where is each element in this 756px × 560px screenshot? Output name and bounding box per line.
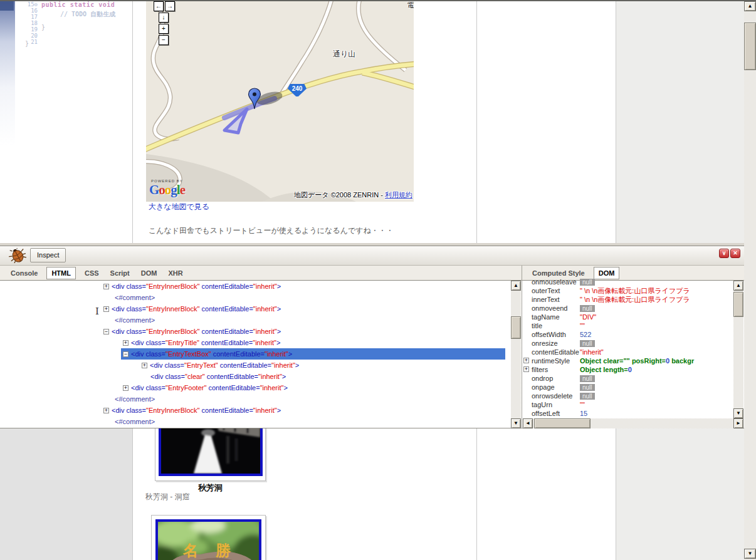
scroll-down-button[interactable]: ▼ xyxy=(511,418,521,428)
street-view-arrow[interactable] xyxy=(219,105,249,140)
side-tab-dom[interactable]: DOM xyxy=(594,267,620,279)
scrollbar-thumb[interactable] xyxy=(511,316,521,339)
view-larger-map-link[interactable]: 大きな地図で見る xyxy=(149,202,209,212)
tab-dom[interactable]: DOM xyxy=(141,267,157,279)
expand-icon[interactable]: + xyxy=(142,363,147,368)
dom-property-row[interactable]: title"" xyxy=(523,321,733,330)
inspect-button[interactable]: Inspect xyxy=(30,248,66,262)
map-pan-left-button[interactable]: ← xyxy=(154,1,164,11)
scroll-up-button[interactable]: ▲ xyxy=(733,281,743,291)
google-logo-letter: g xyxy=(171,182,177,197)
tree-element-row[interactable]: +<div class="EntryInnerBlock" contentEdi… xyxy=(0,303,511,314)
dom-scrollbar-horizontal[interactable]: ◄ ► xyxy=(523,418,743,428)
scroll-right-button[interactable]: ► xyxy=(733,418,743,428)
dom-property-row[interactable]: offsetWidth522 xyxy=(523,330,733,339)
dom-property-row[interactable]: tagUrn"" xyxy=(523,400,733,409)
tree-comment-row[interactable]: <#comment> xyxy=(0,292,511,303)
map-pan-right-button[interactable]: → xyxy=(165,1,175,11)
tree-comment-row[interactable]: <#comment> xyxy=(0,416,511,427)
expand-icon[interactable]: + xyxy=(523,366,529,372)
tree-comment-row[interactable]: <#comment> xyxy=(0,314,511,326)
property-name: innerText xyxy=(532,295,560,304)
tab-css[interactable]: CSS xyxy=(85,267,99,279)
photo-card[interactable]: ​ 名勝 xyxy=(151,515,266,560)
html-tree: +<div class="EntryInnerBlock" contentEdi… xyxy=(0,281,511,428)
dom-scrollbar-vertical[interactable]: ▲ ▼ xyxy=(733,281,743,418)
collapse-icon[interactable]: − xyxy=(103,329,109,334)
google-map-embed[interactable]: 240 通り山 電 ← → ↓ + − POWERED BY Google 地図… xyxy=(146,0,414,202)
tab-script[interactable]: Script xyxy=(110,267,130,279)
expand-icon[interactable]: + xyxy=(123,385,129,391)
map-edge-label: 電 xyxy=(407,0,414,11)
dom-property-row[interactable]: outerText" \n \n画像転載元:山口県ライフプラ xyxy=(523,286,733,295)
tree-element-row[interactable]: +<div class="EntryTitle" contentEditable… xyxy=(0,337,511,348)
scroll-left-button[interactable]: ◄ xyxy=(523,418,533,428)
property-name: title xyxy=(532,321,542,330)
dom-property-row[interactable]: onmoveendnull xyxy=(523,304,733,313)
dom-property-row[interactable]: contentEditable"inherit" xyxy=(523,348,733,356)
terms-link[interactable]: 利用規約 xyxy=(385,191,412,199)
dom-property-row[interactable]: onresizenull xyxy=(523,339,733,348)
map-pan-down-button[interactable]: ↓ xyxy=(159,13,169,23)
map-zoom-out-button[interactable]: − xyxy=(159,35,169,45)
dom-property-row[interactable]: +runtimeStyleObject clear="" posRight=0 … xyxy=(523,356,733,365)
tree-element-row[interactable]: +<div class="EntryInnerBlock" contentEdi… xyxy=(0,281,511,292)
dom-property-row[interactable]: ondropnull xyxy=(523,374,733,383)
browser-scrollbar[interactable]: ▲ ▼ xyxy=(744,1,756,560)
dom-property-row[interactable]: +filtersObject length=0 xyxy=(523,365,733,374)
tree-comment-row[interactable]: <#comment> xyxy=(0,393,511,405)
expand-icon[interactable]: + xyxy=(123,340,129,346)
tab-xhr[interactable]: XHR xyxy=(168,267,182,279)
collapse-icon[interactable]: − xyxy=(123,351,129,357)
google-logo[interactable]: Google xyxy=(149,182,185,198)
dom-property-row[interactable]: tagName"DIV" xyxy=(523,313,733,321)
tree-element-row[interactable]: <div class="clear" contentEditable="inhe… xyxy=(0,371,511,382)
tree-element-row[interactable]: +<div class="EntryText" contentEditable=… xyxy=(0,360,511,371)
tree-element-row[interactable]: +<div class="EntryInnerBlock" contentEdi… xyxy=(0,405,511,416)
firebug-main-tabs: ConsoleHTMLCSSScriptDOMXHR xyxy=(5,267,189,279)
map-attribution: 地図データ ©2008 ZENRIN - 利用規約 xyxy=(246,190,412,200)
dom-property-row[interactable]: onrowsdeletenull xyxy=(523,391,733,400)
expand-icon[interactable]: + xyxy=(523,358,529,363)
google-logo-letter: G xyxy=(149,182,159,197)
tab-console[interactable]: Console xyxy=(11,267,38,279)
dom-property-row[interactable]: onmouseleavenull xyxy=(523,279,733,286)
editor-todo-comment: // TODO 自動生成 xyxy=(60,10,115,19)
scrollbar-thumb[interactable] xyxy=(534,418,591,428)
tab-html[interactable]: HTML xyxy=(46,267,76,279)
map-pin[interactable] xyxy=(248,88,261,112)
dom-property-row[interactable]: offsetLeft15 xyxy=(523,409,733,418)
firebug-panel-divider[interactable] xyxy=(522,266,522,428)
property-value: "" xyxy=(580,321,585,330)
firebug-bug-icon[interactable] xyxy=(9,248,26,263)
svg-text:名勝: 名勝 xyxy=(182,542,248,559)
scrollbar-thumb[interactable] xyxy=(744,23,756,70)
expand-icon[interactable]: + xyxy=(103,284,109,289)
firebug-detach-button[interactable]: ∨ xyxy=(719,249,729,258)
tree-element-row[interactable]: +<div class="EntryFooter" contentEditabl… xyxy=(0,382,511,393)
property-value: null xyxy=(580,339,595,348)
tree-element-row[interactable]: −<div class="EntryInnerBlock" contentEdi… xyxy=(0,326,511,337)
scroll-down-button[interactable]: ▼ xyxy=(733,408,743,418)
tree-scrollbar[interactable]: ▲ ▼ xyxy=(511,281,521,428)
stone-photo[interactable]: ​ 名勝 xyxy=(155,519,261,560)
property-value: "" xyxy=(580,400,585,409)
expand-icon[interactable]: + xyxy=(103,408,109,413)
tree-element-row[interactable]: −<div class="EntryTextBox" contentEditab… xyxy=(0,348,511,360)
firebug-close-button[interactable]: ✕ xyxy=(730,249,740,258)
property-name: runtimeStyle xyxy=(532,356,570,365)
page-left-gutter xyxy=(0,428,132,560)
map-zoom-in-button[interactable]: + xyxy=(159,24,169,34)
dom-property-row[interactable]: onpagenull xyxy=(523,383,733,391)
property-name: offsetLeft xyxy=(532,409,560,418)
scrollbar-thumb[interactable] xyxy=(733,292,743,317)
property-value: "DIV" xyxy=(580,313,596,321)
dom-property-row[interactable]: innerText" \n \n画像転載元:山口県ライフプラ xyxy=(523,295,733,304)
expand-icon[interactable]: + xyxy=(103,306,109,312)
scroll-up-button[interactable]: ▲ xyxy=(744,1,756,11)
side-tab-computed-style[interactable]: Computed Style xyxy=(532,267,585,279)
property-value: " \n \n画像転載元:山口県ライフプラ xyxy=(580,295,690,304)
property-name: onpage xyxy=(532,383,555,391)
scroll-down-button[interactable]: ▼ xyxy=(744,549,756,559)
scroll-up-button[interactable]: ▲ xyxy=(511,281,521,291)
